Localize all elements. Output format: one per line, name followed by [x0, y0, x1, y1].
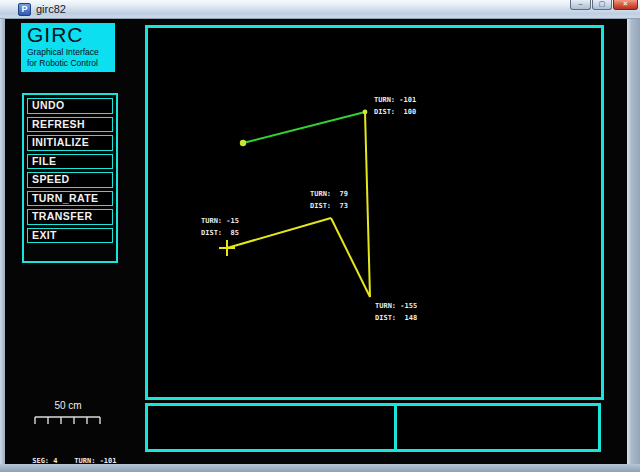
close-button[interactable]: ✕	[613, 0, 638, 10]
maximize-button[interactable]: ▢	[592, 0, 612, 10]
plot-canvas[interactable]	[145, 25, 604, 400]
logo-subtitle-2: for Robotic Control	[27, 58, 115, 69]
scale-ruler-icon	[34, 416, 102, 426]
status-readout: SEG: 4 TURN: -101 HEAD: 192 DIST: 100	[28, 431, 117, 472]
window-frame-right	[627, 19, 640, 464]
app-window: P girc82 – ▢ ✕ GIRC Graphical Interface …	[0, 0, 640, 472]
status-line-1: SEG: 4 TURN: -101	[28, 455, 117, 467]
girc-logo: GIRC Graphical Interface for Robotic Con…	[21, 23, 115, 72]
logo-title: GIRC	[27, 23, 115, 47]
menu-button-speed[interactable]: SPEED	[27, 172, 113, 188]
menu-button-transfer[interactable]: TRANSFER	[27, 209, 113, 225]
menu-button-initialize[interactable]: INITIALIZE	[27, 135, 113, 151]
trajectory-label: TURN: -101 DIST: 100	[374, 94, 416, 118]
minimize-button[interactable]: –	[570, 0, 591, 10]
menu-button-refresh[interactable]: REFRESH	[27, 117, 113, 133]
logo-subtitle-1: Graphical Interface	[27, 47, 115, 58]
titlebar[interactable]: P girc82 – ▢ ✕	[0, 0, 640, 19]
menu-button-file[interactable]: FILE	[27, 154, 113, 170]
bottom-panel-right	[394, 403, 601, 452]
trajectory-label: TURN: 79 DIST: 73	[310, 188, 348, 212]
trajectory-label: TURN: -155 DIST: 148	[375, 300, 417, 324]
scale-label: 50 cm	[36, 400, 100, 411]
app-icon: P	[18, 3, 31, 16]
trajectory-label: TURN: -15 DIST: 85	[201, 215, 239, 239]
menu-panel: UNDO REFRESH INITIALIZE FILE SPEED TURN_…	[22, 93, 118, 263]
bottom-panel-left	[145, 403, 397, 452]
window-title: girc82	[36, 3, 66, 15]
menu-button-undo[interactable]: UNDO	[27, 98, 113, 114]
menu-button-turn-rate[interactable]: TURN_RATE	[27, 191, 113, 207]
menu-button-exit[interactable]: EXIT	[27, 228, 113, 244]
